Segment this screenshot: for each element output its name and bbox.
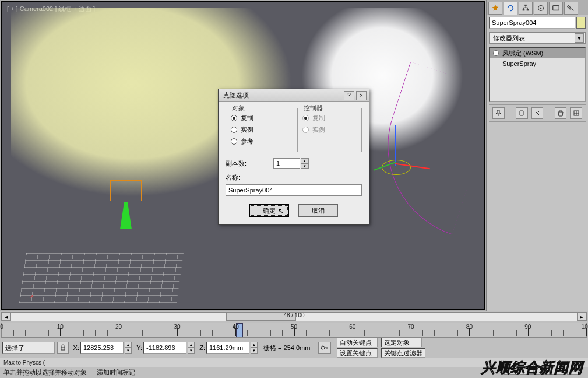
spinner-down-icon[interactable]: ▾ <box>301 163 309 169</box>
gizmo-circle <box>382 160 411 175</box>
modifier-list-combo[interactable]: 修改器列表 ▾ <box>489 32 586 44</box>
ok-button[interactable]: 确定 ↖ <box>249 204 289 217</box>
coord-y: Y: ▴▾ <box>134 342 195 354</box>
tick-label: 80 <box>466 324 473 330</box>
coord-x: X: ▴▾ <box>71 342 132 354</box>
key-mode-button[interactable] <box>318 342 331 354</box>
selection-status: 选择了 <box>2 342 55 354</box>
tab-modify[interactable] <box>504 2 517 15</box>
selection-filter-combo[interactable]: 选定对象 <box>381 338 422 347</box>
svg-point-8 <box>321 346 325 349</box>
spinner-up-icon[interactable]: ▴ <box>251 342 258 348</box>
add-time-tag[interactable]: 添加时间标记 <box>97 369 135 376</box>
coord-y-input[interactable] <box>143 342 186 354</box>
radio-label: 参考 <box>241 137 253 146</box>
spinner-up-icon[interactable]: ▴ <box>301 158 309 163</box>
prev-frame-button[interactable]: ◂ <box>520 360 534 374</box>
clone-name-input[interactable] <box>226 184 362 196</box>
scroll-right-button[interactable]: ▸ <box>577 313 586 321</box>
goto-end-button[interactable]: ⏭ <box>567 360 581 374</box>
dialog-close-button[interactable]: × <box>356 91 367 100</box>
tick-label: 70 <box>408 324 414 330</box>
spinner-down-icon[interactable]: ▾ <box>188 348 195 354</box>
radio-label: 复制 <box>241 114 253 123</box>
ground-grid <box>19 253 184 303</box>
stack-toolbar <box>489 104 586 122</box>
make-unique-button[interactable] <box>531 107 544 119</box>
dialog-help-button[interactable]: ? <box>344 91 354 100</box>
stack-item-label: SuperSpray <box>502 60 536 67</box>
goto-start-button[interactable]: ⏮ <box>504 360 518 374</box>
radio-copy[interactable]: 复制 <box>231 112 285 124</box>
coord-x-input[interactable] <box>80 342 124 354</box>
copies-spinner[interactable]: ▴▾ <box>273 158 309 169</box>
stack-item[interactable]: 风绑定 (WSM) <box>490 48 585 58</box>
play-button[interactable]: ▶ <box>536 360 550 374</box>
configure-sets-button[interactable] <box>570 107 582 119</box>
spinner-down-icon[interactable]: ▾ <box>251 348 258 354</box>
radio-icon <box>231 115 237 121</box>
selection-lock-button[interactable] <box>57 342 69 354</box>
radio-ctrl-instance: 实例 <box>302 124 357 135</box>
spinner-up-icon[interactable]: ▴ <box>125 342 132 348</box>
radio-label: 实例 <box>312 125 325 134</box>
spinner-up-icon[interactable]: ▴ <box>188 342 195 348</box>
pin-stack-button[interactable] <box>492 107 505 119</box>
modifier-stack[interactable]: 风绑定 (WSM) SuperSpray <box>489 47 586 102</box>
grid-size-label: 栅格 = 254.0mm <box>260 344 314 352</box>
radio-label: 实例 <box>241 125 253 134</box>
scroll-track[interactable]: 48 / 100 <box>11 313 577 321</box>
auto-key-button[interactable]: 自动关键点 <box>337 338 378 347</box>
remove-modifier-button[interactable] <box>555 107 567 119</box>
controller-group-legend: 控制器 <box>301 104 325 113</box>
clone-options-dialog: 克隆选项 ? × 对象 复制 实例 参考 控制器 复制 实例 副本数: ▴▾ <box>218 89 369 225</box>
cursor-icon: ↖ <box>278 207 284 215</box>
tick-label: 30 <box>174 324 180 330</box>
coord-z-input[interactable] <box>206 342 249 354</box>
tick-label: 100 <box>582 324 588 330</box>
coord-z: Z: ▴▾ <box>197 342 258 354</box>
modifier-list-label: 修改器列表 <box>493 34 525 43</box>
radio-instance[interactable]: 实例 <box>231 124 285 135</box>
svg-rect-5 <box>553 6 559 10</box>
set-key-button[interactable]: 设置关键点 <box>337 348 378 358</box>
chevron-down-icon: ▾ <box>575 33 584 43</box>
coord-x-label: X: <box>71 344 79 351</box>
spinner-down-icon[interactable]: ▾ <box>125 348 132 354</box>
tab-hierarchy[interactable] <box>519 2 533 15</box>
tick-label: 20 <box>115 324 122 330</box>
time-scrollbar[interactable]: ◂ 48 / 100 ▸ <box>1 312 587 321</box>
tab-create[interactable] <box>488 2 502 15</box>
copies-input[interactable] <box>273 158 300 169</box>
radio-reference[interactable]: 参考 <box>231 135 285 147</box>
stack-item[interactable]: SuperSpray <box>490 58 585 69</box>
name-label: 名称: <box>226 173 362 182</box>
svg-rect-0 <box>524 5 527 6</box>
maxscript-listener[interactable]: Max to Physcs ( <box>0 358 588 367</box>
tab-utilities[interactable] <box>564 2 578 15</box>
cancel-button[interactable]: 取消 <box>298 204 338 217</box>
radio-icon <box>302 115 309 121</box>
object-name-input[interactable] <box>489 17 575 29</box>
key-filters-button[interactable]: 关键点过滤器 <box>381 348 425 358</box>
tick-label: 0 <box>0 324 3 330</box>
time-ruler[interactable]: 0102030405060708090100 <box>1 323 587 338</box>
move-gizmo[interactable] <box>373 166 420 201</box>
radio-ctrl-copy: 复制 <box>302 112 357 124</box>
tab-motion[interactable] <box>534 2 548 15</box>
tick-label: 60 <box>349 324 355 330</box>
controller-group: 控制器 复制 实例 <box>297 108 362 152</box>
radio-icon <box>231 127 237 133</box>
dialog-title: 克隆选项 <box>223 91 342 100</box>
tab-display[interactable] <box>549 2 563 15</box>
object-color-swatch[interactable] <box>576 17 586 29</box>
dialog-titlebar[interactable]: 克隆选项 ? × <box>219 89 369 102</box>
radio-label: 复制 <box>312 114 325 123</box>
svg-rect-2 <box>527 9 529 11</box>
next-frame-button[interactable]: ▸ <box>551 360 565 374</box>
command-panel-tabs <box>487 0 588 15</box>
bulb-icon[interactable] <box>493 50 499 56</box>
scroll-left-button[interactable]: ◂ <box>2 313 11 321</box>
status-bar: 选择了 X: ▴▾ Y: ▴▾ Z: ▴▾ 栅格 = 254.0mm <box>0 338 588 358</box>
show-end-result-button[interactable] <box>516 107 528 119</box>
